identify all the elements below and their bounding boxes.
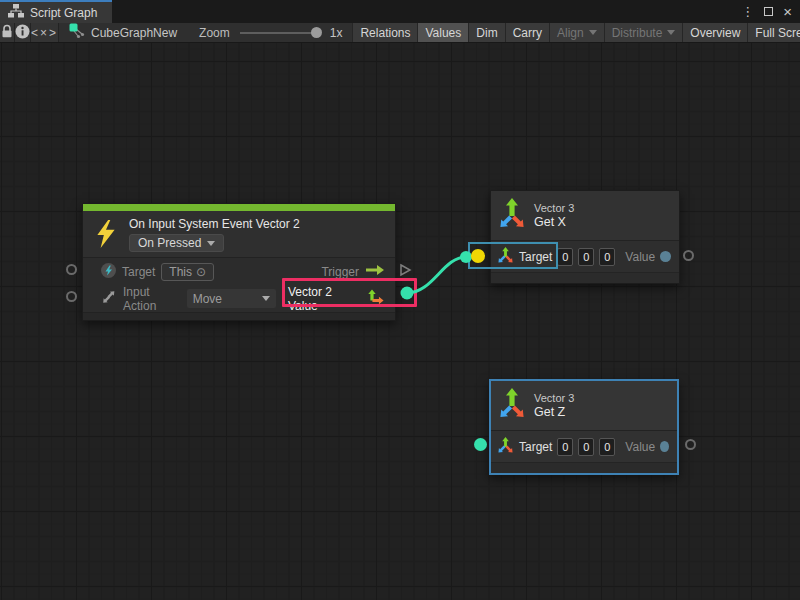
zoom-slider[interactable] — [240, 32, 320, 34]
overview-button[interactable]: Overview — [682, 23, 747, 42]
dim-button[interactable]: Dim — [468, 23, 504, 42]
trigger-arrow-icon — [365, 264, 385, 279]
vector2-value-highlight-box — [282, 278, 417, 307]
target-label: Target — [122, 265, 155, 279]
vector3-icon — [499, 197, 525, 235]
node-title: Get X — [534, 215, 574, 229]
window-menu-icon[interactable]: ⋮ — [741, 5, 754, 18]
chevron-down-icon — [207, 241, 215, 246]
value-label: Value — [625, 250, 655, 264]
port-event-target-input[interactable] — [66, 264, 77, 275]
vector3-small-icon — [497, 437, 514, 457]
node-category: Vector 3 — [534, 392, 574, 404]
port-getz-target-input[interactable] — [474, 438, 487, 451]
port-getx-value-output[interactable] — [683, 250, 694, 261]
node-footer — [83, 312, 395, 320]
chevron-down-icon — [589, 30, 597, 35]
x-field[interactable] — [557, 438, 573, 456]
zoom-label: Zoom — [199, 26, 230, 40]
close-icon[interactable]: × — [783, 4, 792, 19]
trigger-label: Trigger — [321, 265, 359, 279]
event-node-header-bar — [83, 204, 395, 211]
info-icon — [15, 24, 30, 42]
graph-toolbar: <×> CubeGraphNew Zoom 1x Relations Value… — [0, 23, 800, 43]
value-port[interactable] — [660, 441, 669, 452]
vector3-icon — [499, 387, 525, 425]
circled-dot-icon: ⊙ — [196, 265, 206, 279]
window-tab-bar: Script Graph ⋮ × — [0, 0, 800, 23]
event-mode-dropdown[interactable]: On Pressed — [129, 234, 224, 252]
input-action-label: Input Action — [123, 285, 181, 313]
port-trigger-output[interactable] — [399, 263, 412, 281]
node-category: Vector 3 — [534, 202, 574, 214]
getz-target-row: Target Value — [491, 431, 677, 462]
graph-name-breadcrumb[interactable]: CubeGraphNew — [91, 26, 177, 40]
graph-asset-icon — [69, 23, 85, 42]
node-footer — [491, 462, 677, 473]
info-button[interactable] — [15, 23, 31, 42]
port-getx-target-hovered[interactable] — [471, 249, 485, 263]
event-target-icon — [101, 263, 116, 281]
value-label: Value — [625, 440, 655, 454]
align-dropdown-button[interactable]: Align — [549, 23, 604, 42]
tab-label: Script Graph — [30, 6, 97, 20]
carry-button[interactable]: Carry — [505, 23, 549, 42]
graph-canvas[interactable]: On Input System Event Vector 2 On Presse… — [0, 43, 800, 600]
lock-icon — [0, 24, 14, 42]
target-label: Target — [519, 440, 552, 454]
node-footer — [491, 272, 679, 283]
y-field[interactable] — [578, 438, 594, 456]
node-title: Get Z — [534, 405, 574, 419]
node-title: On Input System Event Vector 2 — [129, 217, 385, 231]
chevron-down-icon — [262, 296, 270, 301]
value-port[interactable] — [660, 251, 671, 262]
values-button[interactable]: Values — [417, 23, 468, 42]
x-field[interactable] — [557, 248, 573, 266]
event-lightning-icon — [96, 220, 116, 252]
lock-button[interactable] — [0, 23, 15, 42]
input-action-icon — [101, 289, 117, 308]
relations-button[interactable]: Relations — [352, 23, 417, 42]
fullscreen-button[interactable]: Full Scre — [747, 23, 800, 42]
target-object-field[interactable]: This ⊙ — [161, 263, 214, 281]
code-preview-button[interactable]: <×> — [31, 23, 59, 42]
node-vector3-get-z[interactable]: Vector 3 Get Z Target Value — [489, 379, 679, 475]
node-vector3-get-x[interactable]: Vector 3 Get X Target Value — [490, 190, 680, 284]
zoom-slider-handle[interactable] — [311, 27, 322, 38]
port-getz-value-output[interactable] — [685, 439, 696, 450]
distribute-dropdown-button[interactable]: Distribute — [604, 23, 683, 42]
maximize-icon[interactable] — [764, 7, 773, 16]
z-field[interactable] — [599, 248, 615, 266]
script-graph-icon — [8, 4, 24, 21]
z-field[interactable] — [599, 438, 615, 456]
tab-script-graph[interactable]: Script Graph — [0, 0, 112, 23]
zoom-value: 1x — [330, 26, 343, 40]
y-field[interactable] — [578, 248, 594, 266]
port-event-input-action-input[interactable] — [66, 291, 77, 302]
input-action-dropdown[interactable]: Move — [187, 289, 276, 308]
wire-layer — [0, 43, 800, 600]
chevron-down-icon — [667, 30, 675, 35]
